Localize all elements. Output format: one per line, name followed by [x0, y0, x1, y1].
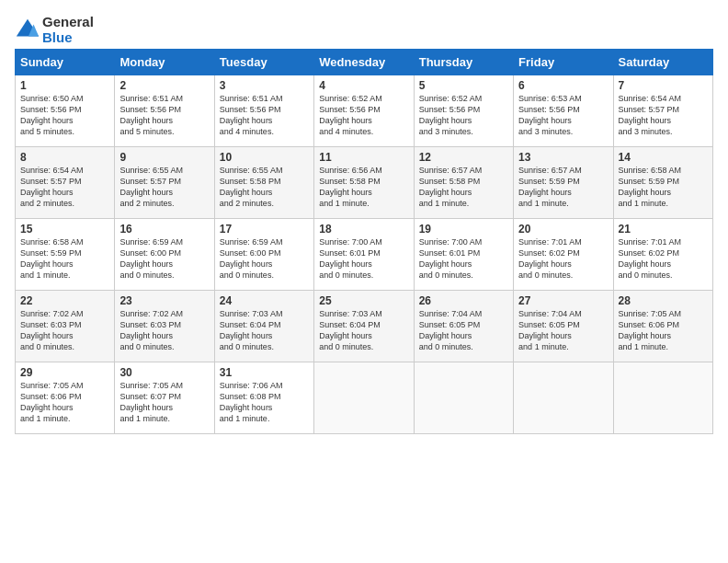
- calendar-cell: 5Sunrise: 6:52 AMSunset: 5:56 PMDaylight…: [414, 75, 513, 147]
- day-number: 31: [220, 366, 309, 379]
- calendar-cell: [414, 362, 513, 434]
- day-info: Sunrise: 7:05 AMSunset: 6:07 PMDaylight …: [119, 381, 183, 423]
- day-info: Sunrise: 6:57 AMSunset: 5:58 PMDaylight …: [419, 166, 483, 208]
- day-info: Sunrise: 6:51 AMSunset: 5:56 PMDaylight …: [220, 94, 283, 136]
- day-info: Sunrise: 6:51 AMSunset: 5:56 PMDaylight …: [119, 94, 183, 136]
- day-number: 9: [119, 151, 209, 164]
- calendar-cell: 3Sunrise: 6:51 AMSunset: 5:56 PMDaylight…: [214, 75, 313, 147]
- day-info: Sunrise: 6:50 AMSunset: 5:56 PMDaylight …: [20, 94, 84, 136]
- calendar-cell: 6Sunrise: 6:53 AMSunset: 5:56 PMDaylight…: [514, 75, 613, 147]
- calendar-week-row: 22Sunrise: 7:02 AMSunset: 6:03 PMDayligh…: [16, 291, 713, 362]
- calendar-cell: 19Sunrise: 7:00 AMSunset: 6:01 PMDayligh…: [414, 219, 513, 291]
- day-info: Sunrise: 6:54 AMSunset: 5:57 PMDaylight …: [20, 166, 84, 208]
- day-info: Sunrise: 7:03 AMSunset: 6:04 PMDaylight …: [319, 309, 382, 351]
- calendar-cell: 1Sunrise: 6:50 AMSunset: 5:56 PMDaylight…: [16, 75, 115, 147]
- day-number: 22: [20, 294, 109, 307]
- day-number: 12: [419, 151, 508, 164]
- calendar-cell: 9Sunrise: 6:55 AMSunset: 5:57 PMDaylight…: [115, 147, 214, 219]
- day-number: 3: [220, 79, 309, 92]
- day-info: Sunrise: 6:52 AMSunset: 5:56 PMDaylight …: [419, 94, 483, 136]
- day-number: 16: [119, 223, 209, 236]
- calendar-cell: [613, 362, 712, 434]
- col-header-thursday: Thursday: [414, 50, 513, 75]
- day-number: 15: [20, 223, 109, 236]
- calendar-cell: 24Sunrise: 7:03 AMSunset: 6:04 PMDayligh…: [214, 291, 313, 362]
- calendar-cell: 15Sunrise: 6:58 AMSunset: 5:59 PMDayligh…: [16, 219, 115, 291]
- day-number: 4: [319, 79, 408, 92]
- col-header-sunday: Sunday: [16, 50, 115, 75]
- calendar-cell: 16Sunrise: 6:59 AMSunset: 6:00 PMDayligh…: [115, 219, 214, 291]
- col-header-saturday: Saturday: [613, 50, 712, 75]
- calendar-cell: 17Sunrise: 6:59 AMSunset: 6:00 PMDayligh…: [214, 219, 313, 291]
- calendar-cell: 4Sunrise: 6:52 AMSunset: 5:56 PMDaylight…: [314, 75, 414, 147]
- main-container: General Blue SundayMondayTuesdayWednesda…: [0, 0, 728, 442]
- calendar-cell: [314, 362, 414, 434]
- calendar-week-row: 1Sunrise: 6:50 AMSunset: 5:56 PMDaylight…: [16, 75, 713, 147]
- day-number: 13: [518, 151, 608, 164]
- col-header-wednesday: Wednesday: [314, 50, 414, 75]
- day-info: Sunrise: 7:00 AMSunset: 6:01 PMDaylight …: [419, 237, 483, 280]
- day-info: Sunrise: 6:57 AMSunset: 5:59 PMDaylight …: [518, 166, 582, 208]
- day-info: Sunrise: 6:58 AMSunset: 5:59 PMDaylight …: [20, 237, 84, 280]
- calendar-cell: 14Sunrise: 6:58 AMSunset: 5:59 PMDayligh…: [613, 147, 712, 219]
- calendar-cell: 29Sunrise: 7:05 AMSunset: 6:06 PMDayligh…: [16, 362, 115, 434]
- calendar-cell: [514, 362, 613, 434]
- col-header-monday: Monday: [115, 50, 214, 75]
- day-info: Sunrise: 6:53 AMSunset: 5:56 PMDaylight …: [518, 94, 582, 136]
- day-number: 17: [220, 223, 309, 236]
- day-info: Sunrise: 6:54 AMSunset: 5:57 PMDaylight …: [619, 94, 682, 136]
- calendar-cell: 22Sunrise: 7:02 AMSunset: 6:03 PMDayligh…: [16, 291, 115, 362]
- day-number: 21: [619, 223, 708, 236]
- logo-icon: [15, 17, 40, 43]
- calendar-cell: 25Sunrise: 7:03 AMSunset: 6:04 PMDayligh…: [314, 291, 414, 362]
- col-header-friday: Friday: [514, 50, 613, 75]
- calendar-cell: 10Sunrise: 6:55 AMSunset: 5:58 PMDayligh…: [214, 147, 313, 219]
- calendar-week-row: 15Sunrise: 6:58 AMSunset: 5:59 PMDayligh…: [16, 219, 713, 291]
- calendar-cell: 27Sunrise: 7:04 AMSunset: 6:05 PMDayligh…: [514, 291, 613, 362]
- day-number: 25: [319, 294, 408, 307]
- col-header-tuesday: Tuesday: [214, 50, 313, 75]
- day-info: Sunrise: 6:55 AMSunset: 5:58 PMDaylight …: [220, 166, 283, 208]
- logo-text: General Blue: [42, 15, 94, 45]
- day-info: Sunrise: 6:59 AMSunset: 6:00 PMDaylight …: [119, 237, 183, 280]
- day-number: 14: [619, 151, 708, 164]
- day-number: 29: [20, 366, 109, 379]
- day-info: Sunrise: 7:05 AMSunset: 6:06 PMDaylight …: [619, 309, 682, 351]
- day-number: 26: [419, 294, 508, 307]
- calendar-cell: 11Sunrise: 6:56 AMSunset: 5:58 PMDayligh…: [314, 147, 414, 219]
- calendar-cell: 28Sunrise: 7:05 AMSunset: 6:06 PMDayligh…: [613, 291, 712, 362]
- calendar-table: SundayMondayTuesdayWednesdayThursdayFrid…: [15, 49, 713, 434]
- calendar-cell: 12Sunrise: 6:57 AMSunset: 5:58 PMDayligh…: [414, 147, 513, 219]
- day-number: 27: [518, 294, 608, 307]
- day-info: Sunrise: 7:04 AMSunset: 6:05 PMDaylight …: [419, 309, 483, 351]
- day-info: Sunrise: 6:56 AMSunset: 5:58 PMDaylight …: [319, 166, 382, 208]
- day-number: 2: [119, 79, 209, 92]
- day-number: 20: [518, 223, 608, 236]
- calendar-cell: 20Sunrise: 7:01 AMSunset: 6:02 PMDayligh…: [514, 219, 613, 291]
- logo: General Blue: [15, 15, 94, 45]
- calendar-cell: 30Sunrise: 7:05 AMSunset: 6:07 PMDayligh…: [115, 362, 214, 434]
- day-info: Sunrise: 7:05 AMSunset: 6:06 PMDaylight …: [20, 381, 84, 423]
- day-info: Sunrise: 7:02 AMSunset: 6:03 PMDaylight …: [119, 309, 183, 351]
- calendar-cell: 31Sunrise: 7:06 AMSunset: 6:08 PMDayligh…: [214, 362, 313, 434]
- day-number: 18: [319, 223, 408, 236]
- calendar-cell: 26Sunrise: 7:04 AMSunset: 6:05 PMDayligh…: [414, 291, 513, 362]
- day-info: Sunrise: 6:59 AMSunset: 6:00 PMDaylight …: [220, 237, 283, 280]
- day-info: Sunrise: 7:01 AMSunset: 6:02 PMDaylight …: [619, 237, 682, 280]
- calendar-cell: 21Sunrise: 7:01 AMSunset: 6:02 PMDayligh…: [613, 219, 712, 291]
- day-number: 19: [419, 223, 508, 236]
- day-number: 8: [20, 151, 109, 164]
- day-number: 10: [220, 151, 309, 164]
- calendar-header-row: SundayMondayTuesdayWednesdayThursdayFrid…: [16, 50, 713, 75]
- header-row: General Blue: [15, 15, 713, 45]
- calendar-cell: 18Sunrise: 7:00 AMSunset: 6:01 PMDayligh…: [314, 219, 414, 291]
- day-number: 30: [119, 366, 209, 379]
- day-info: Sunrise: 6:55 AMSunset: 5:57 PMDaylight …: [119, 166, 183, 208]
- calendar-week-row: 29Sunrise: 7:05 AMSunset: 6:06 PMDayligh…: [16, 362, 713, 434]
- day-number: 24: [220, 294, 309, 307]
- day-number: 7: [619, 79, 708, 92]
- day-info: Sunrise: 6:52 AMSunset: 5:56 PMDaylight …: [319, 94, 382, 136]
- day-info: Sunrise: 6:58 AMSunset: 5:59 PMDaylight …: [619, 166, 682, 208]
- day-info: Sunrise: 7:04 AMSunset: 6:05 PMDaylight …: [518, 309, 582, 351]
- day-info: Sunrise: 7:00 AMSunset: 6:01 PMDaylight …: [319, 237, 382, 280]
